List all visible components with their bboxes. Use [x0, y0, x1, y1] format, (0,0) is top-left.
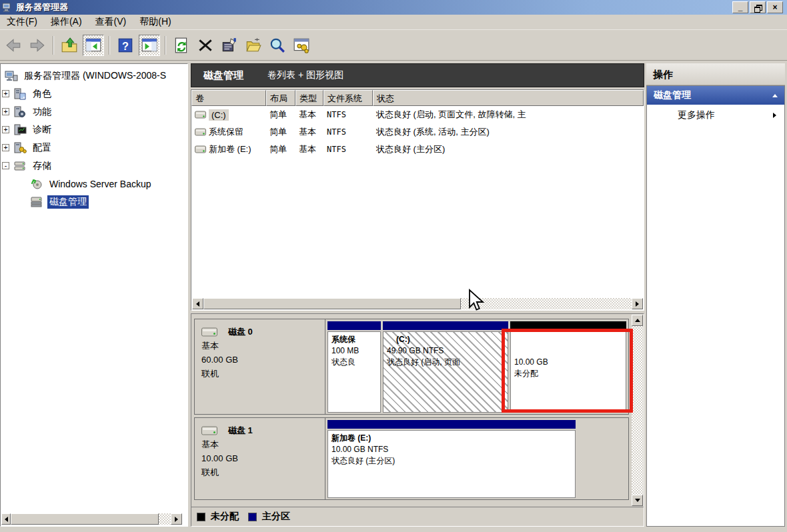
graphical-view: 磁盘 0 基本 60.00 GB 联机 系统保 100 MB 状态良 [191, 313, 644, 527]
tree-item-windows-server-backup[interactable]: Windows Server Backup [1, 175, 187, 193]
partition-size: 49.90 GB NTFS [387, 345, 508, 357]
server-manager-window: { "window": { "title": "服务器管理器", "contro… [0, 0, 787, 532]
tree-item-label: Windows Server Backup [47, 178, 153, 190]
expand-icon[interactable]: + [2, 90, 9, 97]
table-row-volume-c[interactable]: (C:) 简单 基本 NTFS 状态良好 (启动, 页面文件, 故障转储, 主 [191, 106, 644, 123]
disk-0-label[interactable]: 磁盘 0 基本 60.00 GB 联机 [195, 319, 325, 414]
disk-name: 磁盘 1 [228, 423, 253, 437]
features-icon [13, 106, 27, 118]
disk-type: 基本 [201, 437, 321, 451]
volume-layout: 简单 [266, 109, 295, 121]
expand-icon[interactable]: + [2, 126, 9, 133]
partition-e[interactable]: 新加卷 (E:) 10.00 GB NTFS 状态良好 (主分区) [327, 419, 576, 498]
column-filesystem[interactable]: 文件系统 [323, 90, 373, 106]
disk-0-block: 磁盘 0 基本 60.00 GB 联机 系统保 100 MB 状态良 [194, 319, 629, 415]
console-tree-panel: 服务器管理器 (WINDOWS-2008-S + 角色 + 功能 + 诊断 [0, 63, 188, 527]
storage-icon [13, 160, 27, 172]
menu-action[interactable]: 操作(A) [45, 14, 90, 30]
tree-item-configuration[interactable]: + 配置 [1, 139, 187, 157]
up-folder-icon[interactable] [59, 35, 80, 56]
volume-status: 状态良好 (系统, 活动, 主分区) [373, 126, 644, 138]
graphical-view-vertical-scrollbar[interactable] [632, 315, 643, 506]
search-icon[interactable] [267, 35, 288, 56]
scroll-down-icon[interactable] [632, 495, 643, 506]
pane-title: 磁盘管理 [203, 69, 243, 82]
volume-status: 状态良好 (主分区) [373, 143, 644, 155]
volume-list-horizontal-scrollbar[interactable] [192, 298, 643, 309]
scroll-left-icon[interactable] [192, 298, 203, 309]
scrollbar-track[interactable] [632, 326, 643, 495]
actions-section-disk-management[interactable]: 磁盘管理 [647, 86, 784, 105]
title-bar: 服务器管理器 _ × [0, 0, 787, 15]
minimize-button[interactable]: _ [732, 1, 748, 13]
tree-item-storage[interactable]: - 存储 [1, 157, 187, 175]
collapse-icon[interactable] [772, 94, 778, 97]
close-button[interactable]: × [767, 1, 783, 13]
column-volume[interactable]: 卷 [191, 90, 266, 106]
help-icon[interactable]: ? [115, 35, 136, 56]
volume-type: 基本 [295, 109, 323, 121]
partition-system-reserved[interactable]: 系统保 100 MB 状态良 [327, 321, 381, 413]
volume-fs: NTFS [323, 110, 373, 119]
toolbar-separator [165, 36, 166, 55]
column-layout[interactable]: 布局 [266, 90, 295, 106]
column-type[interactable]: 类型 [295, 90, 323, 106]
more-actions-item[interactable]: 更多操作 [647, 105, 784, 126]
partition-unallocated[interactable]: 10.00 GB 未分配 [510, 321, 626, 413]
properties-icon[interactable] [219, 35, 240, 56]
window-title: 服务器管理器 [16, 1, 68, 13]
scroll-right-icon[interactable] [171, 513, 182, 525]
scrollbar-thumb[interactable] [11, 513, 159, 525]
volume-status: 状态良好 (启动, 页面文件, 故障转储, 主 [373, 109, 644, 121]
volume-fs: NTFS [323, 145, 373, 154]
partition-title: (C:) [387, 334, 508, 345]
disk-status: 联机 [201, 465, 321, 479]
console-tree-icon[interactable] [83, 35, 104, 56]
tree-item-diagnostics[interactable]: + 诊断 [1, 121, 187, 139]
open-folder-icon[interactable] [243, 35, 264, 56]
partition-size: 10.00 GB NTFS [331, 444, 575, 455]
views-icon[interactable] [291, 35, 312, 56]
scrollbar-track[interactable] [461, 298, 632, 309]
tree-item-features[interactable]: + 功能 [1, 103, 187, 121]
disk-status: 联机 [201, 367, 321, 381]
delete-icon[interactable] [195, 35, 216, 56]
collapse-icon[interactable]: - [2, 162, 9, 169]
disk-1-label[interactable]: 磁盘 1 基本 10.00 GB 联机 [195, 418, 325, 499]
tree-horizontal-scrollbar[interactable] [1, 513, 182, 525]
menu-file[interactable]: 文件(F) [1, 14, 45, 30]
table-row-volume-e[interactable]: 新加卷 (E:) 简单 基本 NTFS 状态良好 (主分区) [191, 141, 644, 158]
tree-item-roles[interactable]: + 角色 [1, 85, 187, 103]
expand-icon[interactable]: + [2, 108, 9, 115]
disk-type: 基本 [201, 339, 321, 353]
restore-button[interactable] [750, 1, 766, 13]
refresh-icon[interactable] [171, 35, 192, 56]
partition-status: 状态良好 (主分区) [331, 455, 575, 467]
forward-icon[interactable] [27, 35, 48, 56]
scrollbar-track[interactable] [159, 513, 171, 525]
server-manager-icon [5, 70, 18, 82]
actions-panel-title: 操作 [646, 63, 785, 85]
column-status[interactable]: 状态 [373, 90, 644, 106]
partition-status: 状态良好 (启动, 页面 [387, 357, 508, 368]
back-icon[interactable] [3, 35, 24, 56]
partition-size: 10.00 GB [514, 357, 626, 368]
partition-c[interactable]: (C:) 49.90 GB NTFS 状态良好 (启动, 页面 [383, 321, 508, 413]
scrollbar-thumb[interactable] [203, 298, 461, 309]
tree-item-disk-management[interactable]: 磁盘管理 [1, 193, 187, 211]
toolbar-separator [109, 36, 110, 55]
scroll-up-icon[interactable] [632, 315, 643, 326]
action-pane-icon[interactable] [139, 35, 160, 56]
volume-icon [195, 128, 206, 136]
expand-icon[interactable]: + [2, 144, 9, 151]
tree-item-server-manager-root[interactable]: 服务器管理器 (WINDOWS-2008-S [1, 67, 187, 85]
menu-view[interactable]: 查看(V) [90, 14, 135, 30]
table-row-volume-system-reserved[interactable]: 系统保留 简单 基本 NTFS 状态良好 (系统, 活动, 主分区) [191, 123, 644, 141]
scroll-left-icon[interactable] [1, 513, 11, 525]
volume-fs: NTFS [323, 127, 373, 137]
menu-help[interactable]: 帮助(H) [134, 14, 179, 30]
scroll-right-icon[interactable] [632, 298, 643, 309]
volume-list: 卷 布局 类型 文件系统 状态 (C:) 简单 基本 NTFS 状态良好 (启动… [191, 89, 644, 311]
tree-item-label: 磁盘管理 [47, 195, 89, 209]
roles-icon [13, 88, 27, 100]
